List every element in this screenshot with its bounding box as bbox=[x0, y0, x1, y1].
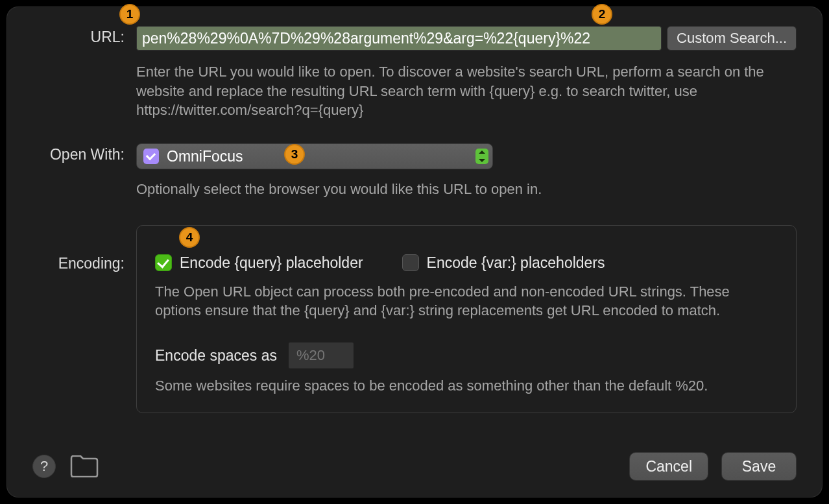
encode-query-label: Encode {query} placeholder bbox=[180, 254, 363, 272]
encode-query-checkbox[interactable]: Encode {query} placeholder bbox=[155, 254, 363, 272]
omnifocus-app-icon bbox=[143, 149, 159, 164]
url-label: URL: bbox=[32, 26, 136, 46]
encoding-row: Encoding: Encode {query} placeholder Enc… bbox=[32, 225, 797, 413]
save-button[interactable]: Save bbox=[721, 452, 797, 481]
url-help-text: Enter the URL you would like to open. To… bbox=[136, 62, 797, 120]
encode-spaces-help-text: Some websites require spaces to be encod… bbox=[155, 378, 778, 394]
encoding-group-box: Encode {query} placeholder Encode {var:}… bbox=[136, 225, 797, 413]
open-with-help-text: Optionally select the browser you would … bbox=[136, 180, 797, 199]
encode-var-label: Encode {var:} placeholders bbox=[427, 254, 605, 272]
help-button[interactable]: ? bbox=[32, 455, 56, 478]
select-stepper-icon bbox=[475, 149, 488, 164]
open-url-config-window: 1 2 3 4 URL: pen%28%29%0A%7D%29%28argume… bbox=[6, 6, 823, 498]
open-with-select[interactable]: OmniFocus bbox=[136, 143, 493, 169]
open-with-label: Open With: bbox=[32, 143, 136, 163]
url-row: URL: pen%28%29%0A%7D%29%28argument%29&ar… bbox=[32, 26, 797, 120]
encode-var-checkbox[interactable]: Encode {var:} placeholders bbox=[402, 254, 605, 272]
encode-spaces-input[interactable] bbox=[289, 342, 354, 368]
url-input[interactable]: pen%28%29%0A%7D%29%28argument%29&arg=%22… bbox=[136, 26, 662, 51]
encoding-label: Encoding: bbox=[32, 225, 136, 413]
encode-spaces-label: Encode spaces as bbox=[155, 347, 277, 365]
checkbox-unchecked-icon bbox=[402, 254, 419, 271]
callout-1: 1 bbox=[119, 4, 140, 25]
callout-3: 3 bbox=[284, 144, 305, 165]
footer: ? Cancel Save bbox=[32, 452, 797, 481]
callout-2: 2 bbox=[592, 4, 612, 25]
callout-4: 4 bbox=[179, 227, 200, 248]
cancel-button[interactable]: Cancel bbox=[629, 452, 708, 481]
open-with-app-name: OmniFocus bbox=[167, 148, 243, 165]
folder-icon[interactable] bbox=[70, 455, 99, 477]
open-with-row: Open With: OmniFocus Optionally select t… bbox=[32, 143, 797, 199]
checkbox-checked-icon bbox=[155, 254, 172, 271]
encoding-help-text: The Open URL object can process both pre… bbox=[155, 282, 778, 320]
custom-search-button[interactable]: Custom Search... bbox=[667, 26, 797, 51]
